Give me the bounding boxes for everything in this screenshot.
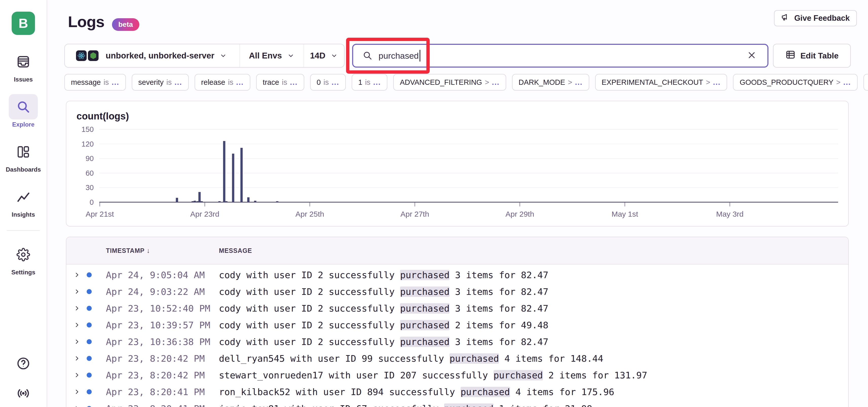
filter-chip-name: 0 [317,78,321,87]
expand-row-icon[interactable] [73,355,81,362]
log-row[interactable]: Apr 24, 9:05:04 AM cody with user ID 2 s… [66,267,848,283]
svg-text:Apr 27th: Apr 27th [401,210,429,218]
sidebar-item-issues[interactable]: Issues [0,49,47,83]
expand-row-icon[interactable] [73,271,81,278]
expand-row-icon[interactable] [73,405,81,407]
log-message: cody with user ID 2 successfully purchas… [219,286,548,297]
sidebar-item-dashboards[interactable]: Dashboards [0,139,47,173]
give-feedback-button[interactable]: Give Feedback [774,10,857,26]
date-range-selector[interactable]: 14D [304,44,344,67]
svg-text:90: 90 [86,155,94,163]
log-row[interactable]: Apr 23, 10:36:38 PM cody with user ID 2 … [66,333,848,350]
svg-text:60: 60 [86,169,94,177]
filter-chip[interactable]: EXPERIMENTAL_CHECKOUT > ... [595,74,727,91]
filter-chip-operator: > [568,78,572,87]
log-message: cody with user ID 2 successfully purchas… [219,337,548,347]
megaphone-icon [781,13,790,24]
severity-dot [87,306,92,311]
filter-chip[interactable]: release is ... [194,74,250,91]
search-input-value: purchased [378,51,419,61]
expand-row-icon[interactable] [73,305,81,312]
log-row[interactable]: Apr 23, 8:20:41 PM ron_kilback52 with us… [66,383,848,400]
severity-dot [87,373,92,378]
search-match-highlight: purchased [450,353,499,364]
filter-chip-value: ... [332,78,339,87]
search-input[interactable]: purchased [352,44,769,68]
expand-row-icon[interactable] [73,338,81,345]
node-platform-icon [88,50,98,61]
filter-chip[interactable]: ADVANCED_FILTERING > ... [393,74,506,91]
filter-chip[interactable]: message is ... [64,74,126,91]
filter-chip-value: ... [236,78,244,87]
search-match-highlight: purchased [400,270,450,280]
log-timestamp: Apr 23, 8:20:42 PM [106,370,219,380]
log-row[interactable]: Apr 23, 8:20:42 PM stewart_vonrueden17 w… [66,367,848,383]
chevron-down-icon [330,52,338,60]
search-match-highlight: purchased [400,303,450,314]
log-row[interactable]: Apr 23, 8:20:42 PM dell_ryan545 with use… [66,350,848,367]
filter-chip-operator: is [282,78,287,87]
filter-chip-operator: > [836,78,841,87]
filter-chip[interactable]: 1 is ... [352,74,388,91]
log-timestamp: Apr 23, 8:20:42 PM [106,353,219,364]
environment-selector-label: All Envs [249,51,282,61]
filter-chip-operator: > [485,78,489,87]
help-button[interactable] [16,357,30,372]
filter-chip[interactable]: 0 is ... [310,74,346,91]
sidebar-item-insights[interactable]: Insights [0,184,47,218]
broadcast-button[interactable] [16,386,30,401]
sidebar-item-settings[interactable]: Settings [0,242,47,276]
filter-chip-name: EXPERIMENTAL_CHECKOUT [602,78,703,87]
edit-table-button[interactable]: Edit Table [773,44,851,68]
svg-text:Apr 21st: Apr 21st [86,210,114,218]
insights-icon [17,190,30,204]
log-row[interactable]: Apr 23, 10:39:57 PM cody with user ID 2 … [66,317,848,333]
expand-row-icon[interactable] [73,372,81,379]
clear-search-button[interactable] [745,48,759,63]
log-row[interactable]: Apr 23, 10:52:40 PM cody with user ID 2 … [66,300,848,317]
log-message: cody with user ID 2 successfully purchas… [219,303,548,314]
expand-row-icon[interactable] [73,288,81,295]
filter-chip-value: ... [492,78,500,87]
svg-text:May 1st: May 1st [612,210,639,218]
sidebar-item-explore[interactable]: Explore [0,94,47,128]
beta-badge: beta [112,18,140,31]
search-match-highlight: purchased [444,403,494,407]
sidebar: B Issues Explore Dashboards Insights Set… [0,0,47,407]
see-full-list-button[interactable]: See full list [863,74,868,91]
filter-chip[interactable]: severity is ... [132,74,189,91]
log-row[interactable]: Apr 24, 9:03:22 AM cody with user ID 2 s… [66,283,848,300]
org-avatar[interactable]: B [12,12,35,35]
project-selector[interactable]: unborked, unborked-server [65,44,240,67]
severity-dot [87,339,92,344]
filter-chip-name: release [201,78,225,87]
filter-chip-operator: is [228,78,233,87]
log-row[interactable]: Apr 23, 8:20:41 PM janie_toy81 with user… [66,400,848,407]
column-header-timestamp[interactable]: TIMESTAMP ↓ [106,247,219,255]
environment-selector[interactable]: All Envs [240,44,304,67]
filter-chip-operator: is [166,78,172,87]
filter-chip[interactable]: GOODS_PRODUCTQUERY > ... [733,74,857,91]
filter-chip-operator: is [104,78,109,87]
give-feedback-label: Give Feedback [794,14,850,23]
date-range-selector-label: 14D [310,51,326,61]
table-body: Apr 24, 9:05:04 AM cody with user ID 2 s… [66,265,848,407]
logs-table: TIMESTAMP ↓ MESSAGE Apr 24, 9:05:04 AM c… [66,237,849,407]
project-platform-icons [76,50,98,61]
filter-chip[interactable]: DARK_MODE > ... [512,74,589,91]
log-timestamp: Apr 23, 10:52:40 PM [106,303,219,314]
search-match-highlight: purchased [494,370,543,380]
filter-chip-value: ... [112,78,119,87]
filter-chip[interactable]: trace is ... [256,74,304,91]
filter-chip-value: ... [373,78,381,87]
chevron-down-icon [287,52,294,60]
chevron-down-icon [219,52,227,60]
search-match-highlight: purchased [400,320,450,330]
close-icon [747,50,757,61]
svg-text:0: 0 [90,198,94,206]
expand-row-icon[interactable] [73,321,81,329]
expand-row-icon[interactable] [73,388,81,395]
issues-icon [17,55,30,69]
severity-dot [87,389,92,394]
severity-dot [87,356,92,361]
